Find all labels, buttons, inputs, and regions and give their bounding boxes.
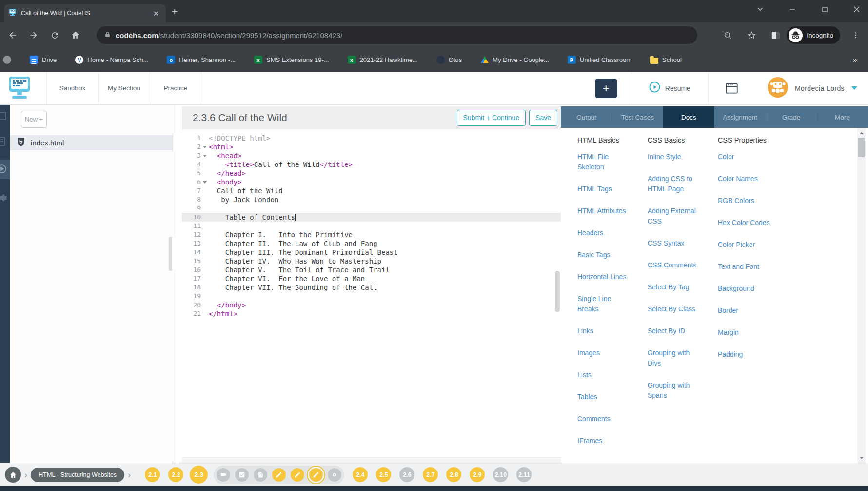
line-number[interactable]: 13 (182, 239, 201, 248)
line-number[interactable]: 5 (182, 169, 201, 178)
nav-practice[interactable]: Practice (150, 72, 201, 104)
docs-link-html-tags[interactable]: HTML Tags (577, 184, 630, 194)
fold-caret-icon[interactable] (201, 178, 209, 186)
editor-scroll-thumb[interactable] (555, 271, 560, 312)
line-number[interactable]: 15 (182, 257, 201, 266)
docs-scrollbar[interactable] (857, 128, 866, 463)
rail-settings-icon[interactable] (0, 192, 9, 205)
bookmark-2021-22-hawktime[interactable]: x2021-22 Hawktime... (348, 56, 418, 64)
lesson-step-2-3[interactable]: 2.3 (190, 466, 208, 484)
lesson-step-2-9[interactable]: 2.9 (470, 467, 485, 482)
docs-link-css-comments[interactable]: CSS Comments (648, 260, 700, 270)
add-button[interactable]: + (595, 79, 617, 98)
pencil-icon[interactable] (291, 468, 304, 482)
line-number[interactable]: 3 (182, 151, 201, 160)
line-number[interactable]: 21 (182, 309, 201, 318)
browser-tab[interactable]: Call of the Wild | CodeHS ✕ (4, 4, 166, 22)
docs-link-color-picker[interactable]: Color Picker (718, 240, 770, 250)
docs-link-background[interactable]: Background (718, 284, 770, 294)
line-number[interactable]: 2 (182, 143, 201, 151)
docs-link-select-by-tag[interactable]: Select By Tag (648, 282, 700, 292)
bookmark-favicon[interactable] (3, 56, 11, 64)
docs-link-border[interactable]: Border (718, 306, 770, 316)
bookmark-otus[interactable]: Otus (436, 56, 462, 64)
bookmark-heiner-shannon[interactable]: oHeiner, Shannon -... (167, 56, 236, 64)
tab-assignment[interactable]: Assignment (714, 106, 766, 128)
line-number[interactable]: 18 (182, 283, 201, 292)
tab-search-icon[interactable] (749, 2, 771, 17)
file-row-index-html[interactable]: index.html (10, 135, 173, 150)
submit-continue-button[interactable]: Submit + Continue (457, 110, 526, 126)
bookmark-home-nampa-sch[interactable]: VHome - Nampa Sch... (75, 56, 148, 64)
lesson-step-2-6[interactable]: 2.6 (399, 467, 414, 482)
tab-docs[interactable]: Docs (663, 106, 714, 128)
line-number[interactable]: 7 (182, 186, 201, 195)
docs-link-grouping-with-spans[interactable]: Grouping with Spans (648, 380, 700, 401)
code-line-9[interactable]: 9 (182, 204, 561, 213)
docs-link-css-syntax[interactable]: CSS Syntax (648, 238, 700, 248)
docs-link-basic-tags[interactable]: Basic Tags (577, 250, 630, 260)
line-number[interactable]: 14 (182, 248, 201, 257)
docs-link-iframes[interactable]: IFrames (577, 436, 630, 446)
code-line-17[interactable]: 17 Chapter VI. For the Love of a Man (182, 274, 561, 283)
line-number[interactable]: 12 (182, 230, 201, 239)
docs-link-html-attributes[interactable]: HTML Attributes (577, 206, 630, 216)
code-line-19[interactable]: 19 (182, 292, 561, 301)
browser-menu-icon[interactable] (848, 27, 864, 43)
lesson-step-2-1[interactable]: 2.1 (145, 467, 160, 482)
bookmark-sms-extensions-19[interactable]: xSMS Extensions 19-... (254, 56, 329, 64)
window-maximize-button[interactable] (813, 2, 836, 17)
line-number[interactable]: 9 (182, 204, 201, 213)
code-line-16[interactable]: 16 Chapter V. The Toil of Trace and Trai… (182, 266, 561, 274)
lesson-step-2-11[interactable]: 2.11 (516, 467, 532, 482)
docs-link-color-names[interactable]: Color Names (718, 174, 770, 184)
docs-link-hex-color-codes[interactable]: Hex Color Codes (718, 218, 770, 228)
bookmark-star-icon[interactable] (743, 27, 760, 43)
docs-link-comments[interactable]: Comments (577, 414, 630, 424)
bookmark-drive[interactable]: Drive (30, 56, 57, 64)
nav-sandbox[interactable]: Sandbox (46, 72, 98, 104)
docs-link-color[interactable]: Color (718, 152, 770, 162)
pencil-icon-selected[interactable] (309, 468, 323, 482)
side-panel-icon[interactable] (767, 27, 784, 43)
docs-link-images[interactable]: Images (577, 348, 630, 358)
editor-horizontal-scrollbar[interactable] (182, 457, 561, 463)
code-line-3[interactable]: 3 <head> (182, 151, 561, 160)
code-line-7[interactable]: 7 Call of the Wild (182, 186, 561, 195)
docs-link-lists[interactable]: Lists (577, 370, 630, 380)
code-line-18[interactable]: 18 Chapter VII. The Sounding of the Call (182, 283, 561, 292)
reload-icon[interactable] (46, 27, 63, 43)
code-line-11[interactable]: 11 (182, 222, 561, 230)
docs-link-select-by-id[interactable]: Select By ID (648, 326, 700, 336)
editor-vertical-scrollbar[interactable] (555, 129, 560, 463)
code-line-21[interactable]: 21</html> (182, 309, 561, 318)
scroll-down-icon[interactable] (857, 454, 866, 462)
docs-link-single-line-breaks[interactable]: Single Line Breaks (577, 294, 630, 314)
lesson-step-2-10[interactable]: 2.10 (493, 467, 508, 482)
dot-icon[interactable] (328, 468, 341, 482)
url-bar[interactable]: codehs.com/student/3309840/section/29951… (97, 26, 697, 44)
code-line-13[interactable]: 13 Chapter II. The Law of Club and Fang (182, 239, 561, 248)
line-number[interactable]: 17 (182, 274, 201, 283)
fold-caret-icon[interactable] (201, 151, 209, 160)
line-number[interactable]: 1 (182, 134, 201, 143)
tab-test-cases[interactable]: Test Cases (612, 106, 663, 128)
zoom-icon[interactable] (719, 27, 736, 43)
calendar-button[interactable] (709, 72, 755, 104)
docs-link-text-and-font[interactable]: Text and Font (718, 262, 770, 272)
docs-link-margin[interactable]: Margin (718, 327, 770, 338)
bookmark-my-drive-google[interactable]: My Drive - Google... (480, 56, 549, 64)
pencil-icon[interactable] (272, 468, 286, 482)
docs-link-horizontal-lines[interactable]: Horizontal Lines (577, 272, 630, 282)
doc-icon[interactable] (254, 468, 267, 482)
line-number[interactable]: 11 (182, 222, 201, 230)
tab-grade[interactable]: Grade (766, 106, 817, 128)
rail-files-icon[interactable] (0, 110, 9, 123)
back-icon[interactable] (4, 27, 21, 43)
docs-link-select-by-class[interactable]: Select By Class (648, 304, 700, 314)
docs-scroll-thumb[interactable] (858, 138, 865, 157)
docs-link-grouping-with-divs[interactable]: Grouping with Divs (648, 348, 700, 368)
code-line-10[interactable]: 10 Table of Contents (182, 213, 561, 222)
scroll-up-icon[interactable] (857, 129, 866, 137)
save-button[interactable]: Save (529, 110, 557, 126)
